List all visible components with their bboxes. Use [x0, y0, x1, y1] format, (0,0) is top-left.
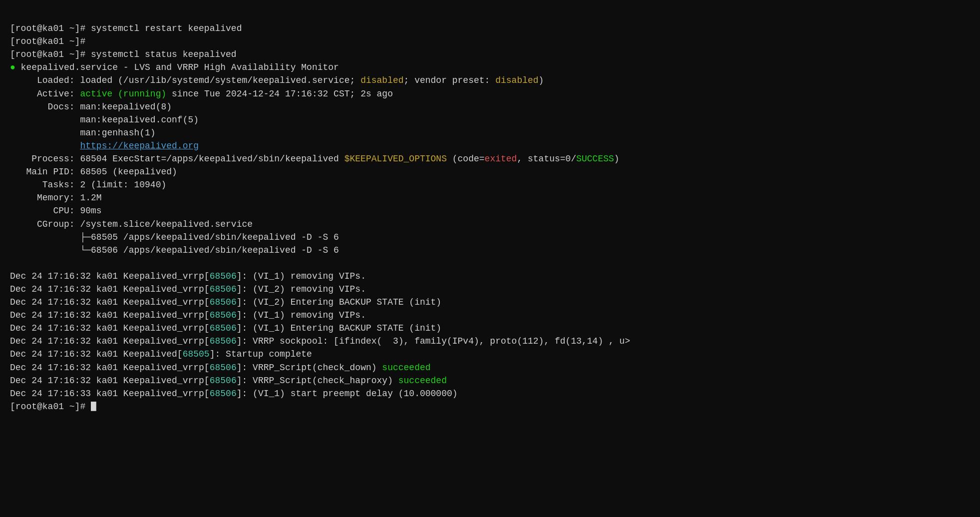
- pid-68506-9: 68506: [210, 389, 237, 399]
- pid-68506-3: 68506: [210, 297, 237, 307]
- cursor: █: [91, 402, 96, 412]
- code-exited: exited: [485, 154, 517, 164]
- succeeded-2: succeeded: [398, 376, 447, 386]
- succeeded-1: succeeded: [382, 363, 430, 373]
- pid-68506-4: 68506: [210, 310, 237, 320]
- status-success: SUCCESS: [576, 154, 614, 164]
- terminal-output: [root@ka01 ~]# systemctl restart keepali…: [10, 9, 970, 413]
- docs-link: https://keepalived.org: [80, 141, 199, 151]
- service-dot: ●: [10, 62, 15, 72]
- pid-68506-5: 68506: [210, 323, 237, 333]
- pid-68505-1: 68505: [183, 349, 210, 359]
- disabled-label1: disabled: [360, 75, 403, 85]
- pid-68506-7: 68506: [210, 363, 237, 373]
- pid-68506-8: 68506: [210, 376, 237, 386]
- disabled-label2: disabled: [495, 75, 538, 85]
- prompt-line1: [root@ka01 ~]# systemctl restart keepali…: [10, 23, 242, 59]
- service-name-line: keepalived.service - LVS and VRRP High A…: [10, 62, 360, 85]
- pid-68506-2: 68506: [210, 284, 237, 294]
- active-running: active (running): [80, 89, 166, 99]
- keepalived-options: $KEEPALIVED_OPTIONS: [344, 154, 447, 164]
- pid-68506-1: 68506: [210, 271, 237, 281]
- pid-68506-6: 68506: [210, 336, 237, 346]
